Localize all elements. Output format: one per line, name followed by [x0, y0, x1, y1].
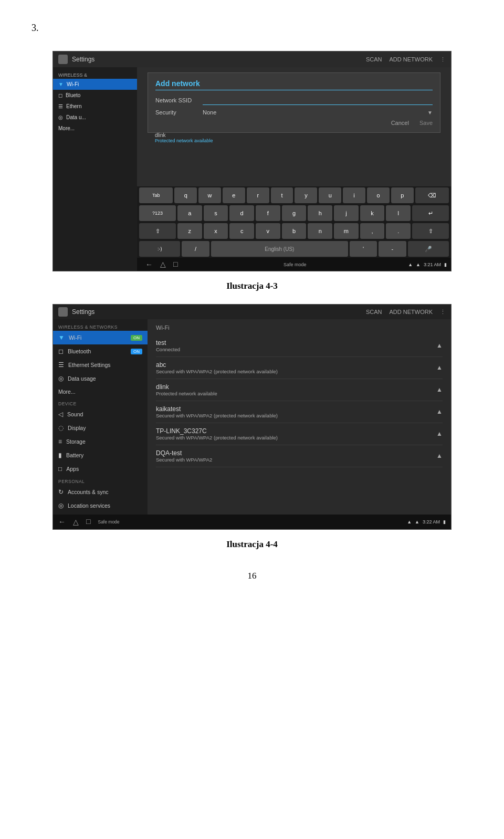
- enter-key[interactable]: ↵: [412, 205, 449, 221]
- ss2-titlebar: Settings SCAN ADD NETWORK ⋮: [53, 305, 451, 319]
- network-dlink-name: dlink: [156, 383, 217, 391]
- network-test-info: test Connected: [156, 339, 180, 352]
- ss2-eth-label: Ethernet Settings: [68, 362, 111, 368]
- num-key[interactable]: ?123: [139, 205, 176, 221]
- network-tplink[interactable]: TP-LINK_3C327C Secured with WPA/WPA2 (pr…: [156, 423, 443, 445]
- tab-key[interactable]: Tab: [139, 187, 173, 203]
- ss2-more-item[interactable]: More...: [53, 385, 148, 398]
- b-key[interactable]: b: [282, 223, 307, 239]
- signal-abc-icon: ▲: [436, 364, 443, 372]
- ss2-location-item[interactable]: ◎ Location services: [53, 499, 148, 512]
- ssid-input[interactable]: [203, 96, 433, 105]
- network-abc[interactable]: abc Secured with WPA/WPA2 (protected net…: [156, 357, 443, 379]
- ss2-nav: ← △ □ Safe mode: [58, 518, 120, 527]
- network-ssid-field: Network SSID: [155, 96, 433, 105]
- ss2-accounts-item[interactable]: ↻ Accounts & sync: [53, 485, 148, 499]
- ss2-add-network-label: ADD NETWORK: [390, 309, 433, 315]
- j-key[interactable]: j: [334, 205, 359, 221]
- signal-kaikatest-icon: ▲: [436, 408, 443, 416]
- comma-key[interactable]: ,: [360, 223, 385, 239]
- c-key[interactable]: c: [229, 223, 254, 239]
- sidebar-item-wifi[interactable]: ▼ Wi-Fi: [53, 79, 137, 90]
- t-key[interactable]: t: [271, 187, 293, 203]
- s-key[interactable]: s: [204, 205, 228, 221]
- period-key[interactable]: .: [386, 223, 411, 239]
- back-nav-icon[interactable]: ←: [145, 260, 153, 269]
- u-key[interactable]: u: [319, 187, 341, 203]
- network-dqa-name: DQA-test: [156, 449, 212, 457]
- a-key[interactable]: a: [177, 205, 202, 221]
- recent-nav-icon[interactable]: □: [173, 260, 177, 269]
- battery-label: Battery: [66, 452, 83, 458]
- home-nav-icon[interactable]: △: [160, 260, 166, 269]
- ss2-sound-item[interactable]: ◁ Sound: [53, 407, 148, 421]
- ss2-home-icon[interactable]: △: [73, 518, 79, 527]
- ss2-ethernet-item[interactable]: ☰ Ethernet Settings: [53, 358, 148, 372]
- r-key[interactable]: r: [247, 187, 269, 203]
- e-key[interactable]: e: [223, 187, 245, 203]
- x-key[interactable]: x: [204, 223, 228, 239]
- sidebar-item-more[interactable]: More...: [53, 123, 137, 134]
- network-dlink[interactable]: dlink Protected network available ▲: [156, 379, 443, 401]
- ss1-titlebar-left: Settings: [58, 55, 94, 64]
- p-key[interactable]: p: [391, 187, 414, 203]
- ss2-data-item[interactable]: ◎ Data usage: [53, 372, 148, 385]
- slash-key[interactable]: /: [182, 241, 209, 257]
- save-button[interactable]: Save: [419, 120, 433, 126]
- n-key[interactable]: n: [308, 223, 332, 239]
- f-key[interactable]: f: [256, 205, 280, 221]
- i-key[interactable]: i: [343, 187, 365, 203]
- ss2-display-item[interactable]: ◌ Display: [53, 421, 148, 435]
- z-key[interactable]: z: [177, 223, 202, 239]
- h-key[interactable]: h: [308, 205, 332, 221]
- ss2-scan-label: SCAN: [366, 309, 382, 315]
- ss2-wifi-item[interactable]: ▼ Wi-Fi ON: [53, 331, 148, 344]
- o-key[interactable]: o: [367, 187, 390, 203]
- q-key[interactable]: q: [174, 187, 197, 203]
- shift-key[interactable]: ⇧: [139, 223, 176, 239]
- d-key[interactable]: d: [229, 205, 254, 221]
- sound-label: Sound: [67, 411, 83, 417]
- display-icon: ◌: [58, 424, 64, 432]
- quote-key[interactable]: ': [350, 241, 377, 257]
- ss2-battery-item[interactable]: ▮ Battery: [53, 448, 148, 462]
- backspace-key[interactable]: ⌫: [415, 187, 449, 203]
- wifi-toggle[interactable]: ON: [131, 335, 142, 341]
- bt-toggle[interactable]: ON: [131, 349, 142, 354]
- network-dqa[interactable]: DQA-test Secured with WPA/WPA2 ▲: [156, 445, 443, 467]
- dash-key[interactable]: -: [379, 241, 406, 257]
- security-label: Security: [155, 109, 203, 116]
- network-test[interactable]: test Connected ▲: [156, 335, 443, 357]
- more-label: More...: [58, 125, 75, 131]
- cancel-button[interactable]: Cancel: [391, 120, 409, 126]
- l-key[interactable]: l: [386, 205, 411, 221]
- ss2-back-icon[interactable]: ←: [58, 518, 66, 526]
- ss2-bluetooth-item[interactable]: ◻ Bluetooth ON: [53, 344, 148, 358]
- security-select[interactable]: None ▼: [203, 109, 433, 116]
- sidebar-item-ethernet[interactable]: ☰ Ethern: [53, 101, 137, 112]
- dlink-name: dlink: [155, 132, 433, 138]
- ss2-storage-item[interactable]: ≡ Storage: [53, 435, 148, 448]
- g-key[interactable]: g: [282, 205, 307, 221]
- network-dlink-info: dlink Protected network available: [156, 383, 217, 396]
- wireless-header: WIRELESS & NETWORKS: [53, 321, 148, 331]
- ss2-titlebar-left: Settings: [58, 307, 94, 317]
- network-kaikatest[interactable]: kaikatest Secured with WPA/WPA2 (protect…: [156, 401, 443, 423]
- ss2-recent-icon[interactable]: □: [86, 518, 90, 526]
- y-key[interactable]: y: [295, 187, 317, 203]
- scan-label: SCAN: [366, 56, 382, 62]
- mic-key[interactable]: 🎤: [408, 241, 449, 257]
- bluetooth-icon: ◻: [58, 92, 62, 98]
- space-key[interactable]: English (US): [211, 241, 348, 257]
- sidebar-item-data[interactable]: ◎ Data u...: [53, 112, 137, 123]
- shift-right-key[interactable]: ⇧: [412, 223, 449, 239]
- m-key[interactable]: m: [334, 223, 359, 239]
- step-text: 3.: [32, 21, 472, 35]
- w-key[interactable]: w: [198, 187, 221, 203]
- sidebar-item-bluetooth[interactable]: ◻ Blueto: [53, 90, 137, 101]
- smiley-key[interactable]: :-): [139, 241, 180, 257]
- v-key[interactable]: v: [256, 223, 280, 239]
- ss2-apps-item[interactable]: □ Apps: [53, 462, 148, 476]
- k-key[interactable]: k: [360, 205, 385, 221]
- dialog-title: Add network: [155, 79, 433, 90]
